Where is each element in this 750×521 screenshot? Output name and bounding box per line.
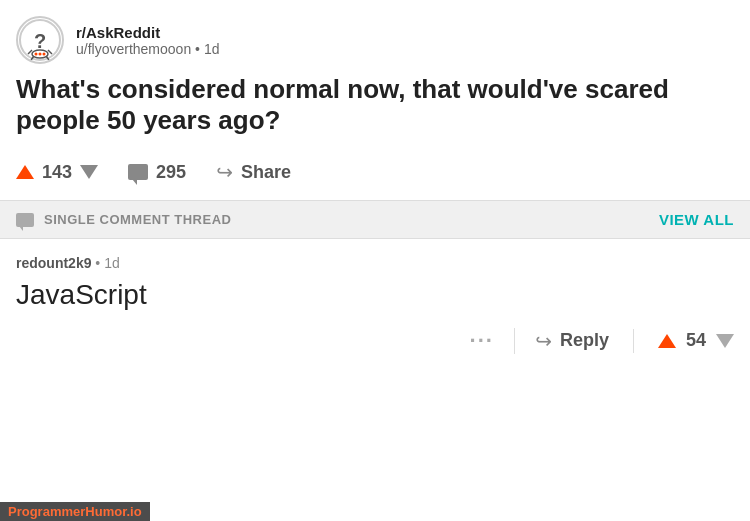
comment-group: 295: [128, 162, 186, 183]
share-label: Share: [241, 162, 291, 183]
comment-vote-count: 54: [686, 330, 706, 351]
watermark: ProgrammerHumor.io: [0, 502, 150, 521]
post-actions: 143 295 ↩ Share: [16, 152, 734, 200]
comment-upvote-icon[interactable]: [658, 334, 676, 348]
upvote-count: 143: [42, 162, 72, 183]
comment-downvote-icon[interactable]: [716, 334, 734, 348]
share-group[interactable]: ↩ Share: [216, 160, 291, 184]
comment-time: 1d: [104, 255, 120, 271]
reply-group[interactable]: ↩ Reply: [535, 329, 634, 353]
comment-vote-group: 54: [658, 330, 734, 351]
comment-dot-separator: •: [95, 255, 104, 271]
comment-username[interactable]: redount2k9: [16, 255, 91, 271]
comment-icon: [128, 164, 148, 180]
dot-separator: •: [195, 41, 204, 57]
post-area: ? r/AskReddit u/flyoverthemooon • 1d: [0, 0, 750, 200]
thread-label: SINGLE COMMENT THREAD: [44, 212, 231, 227]
svg-point-7: [35, 53, 38, 56]
avatar[interactable]: ?: [16, 16, 64, 64]
svg-point-9: [43, 53, 46, 56]
comment-footer: ··· ↩ Reply 54: [0, 314, 750, 368]
watermark-text: ProgrammerHumor.io: [8, 504, 142, 519]
post-meta: r/AskReddit u/flyoverthemooon • 1d: [76, 24, 219, 57]
share-icon: ↩: [216, 160, 233, 184]
svg-point-8: [39, 53, 42, 56]
svg-text:?: ?: [34, 30, 46, 52]
comment-thread-banner: SINGLE COMMENT THREAD VIEW ALL: [0, 200, 750, 239]
user-meta: u/flyoverthemooon • 1d: [76, 41, 219, 57]
vote-group: 143: [16, 162, 98, 183]
comment-body: JavaScript: [16, 277, 734, 313]
comment-area: redount2k9 • 1d JavaScript: [0, 239, 750, 313]
post-title: What's considered normal now, that would…: [16, 74, 734, 136]
thread-comment-icon: [16, 213, 34, 227]
reply-label: Reply: [560, 330, 609, 351]
upvote-icon[interactable]: [16, 165, 34, 179]
subreddit-name[interactable]: r/AskReddit: [76, 24, 219, 41]
reply-icon: ↩: [535, 329, 552, 353]
reddit-avatar-icon: ?: [18, 18, 62, 62]
more-options-button[interactable]: ···: [470, 328, 515, 354]
post-username[interactable]: u/flyoverthemooon: [76, 41, 191, 57]
post-header: ? r/AskReddit u/flyoverthemooon • 1d: [16, 16, 734, 64]
comment-user-line: redount2k9 • 1d: [16, 255, 734, 271]
downvote-icon[interactable]: [80, 165, 98, 179]
comment-count: 295: [156, 162, 186, 183]
post-time: 1d: [204, 41, 220, 57]
view-all-button[interactable]: VIEW ALL: [659, 211, 734, 228]
thread-label-group: SINGLE COMMENT THREAD: [16, 212, 231, 227]
